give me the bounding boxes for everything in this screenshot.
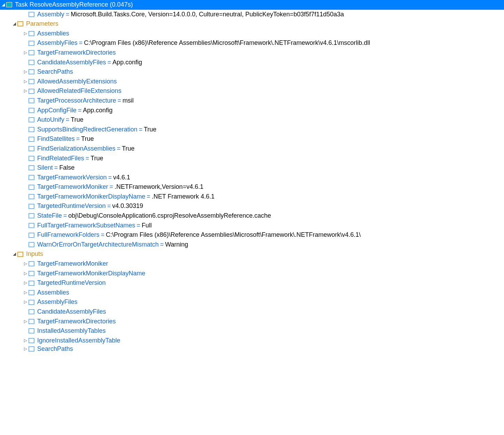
- node-key: Inputs: [26, 249, 43, 259]
- folder-icon: [17, 21, 23, 26]
- tree-row[interactable]: ▷TargetProcessorArchitecture=msil: [0, 96, 504, 106]
- tree-row[interactable]: ▷FullFrameworkFolders=C:\Program Files (…: [0, 230, 504, 240]
- tree-row[interactable]: ▷TargetedRuntimeVersion=v4.0.30319: [0, 201, 504, 211]
- tree-row[interactable]: ◢Task ResolveAssemblyReference (0.047s): [0, 0, 504, 10]
- tree-row[interactable]: ▷AutoUnify=True: [0, 115, 504, 125]
- param-icon: [29, 204, 34, 209]
- tree-row[interactable]: ▷TargetFrameworkMonikerDisplayName=.NET …: [0, 192, 504, 202]
- node-value: .NETFramework,Version=v4.6.1: [115, 182, 204, 192]
- node-key: TargetFrameworkDirectories: [37, 48, 116, 58]
- tree-row[interactable]: ▷InstalledAssemblyTables: [0, 326, 504, 336]
- tree-row[interactable]: ▷StateFile=obj\Debug\ConsoleApplication6…: [0, 211, 504, 221]
- chevron-right-icon[interactable]: ▷: [22, 67, 29, 77]
- tree-row[interactable]: ▷FindRelatedFiles=True: [0, 154, 504, 163]
- tree-row[interactable]: ▷AssemblyFiles: [0, 297, 504, 307]
- node-value: Microsoft.Build.Tasks.Core, Version=14.0…: [71, 10, 344, 19]
- node-key: FindRelatedFiles: [37, 154, 84, 163]
- node-key: Parameters: [26, 19, 58, 29]
- chevron-right-icon[interactable]: ▷: [22, 86, 29, 96]
- tree-row[interactable]: ▷Assembly=Microsoft.Build.Tasks.Core, Ve…: [0, 10, 504, 19]
- chevron-right-icon[interactable]: ▷: [22, 77, 29, 87]
- node-key: WarnOrErrorOnTargetArchitectureMismatch: [37, 240, 158, 250]
- tree-row[interactable]: ▷TargetFrameworkDirectories: [0, 48, 504, 58]
- tree-row[interactable]: ▷TargetFrameworkMonikerDisplayName: [0, 269, 504, 279]
- node-key: AssemblyFiles: [37, 297, 78, 307]
- tree-row[interactable]: ▷WarnOrErrorOnTargetArchitectureMismatch…: [0, 240, 504, 250]
- tree-row[interactable]: ▷CandidateAssemblyFiles: [0, 307, 504, 317]
- tree-row[interactable]: ▷TargetFrameworkDirectories: [0, 317, 504, 327]
- tree-row[interactable]: ▷SearchPaths: [0, 67, 504, 77]
- param-icon: [29, 127, 34, 132]
- node-value: .NET Framework 4.6.1: [152, 192, 215, 202]
- tree-row[interactable]: ▷TargetedRuntimeVersion: [0, 278, 504, 288]
- tree-row[interactable]: ▷AssemblyFiles=C:\Program Files (x86)\Re…: [0, 38, 504, 48]
- param-icon: [29, 185, 34, 190]
- node-key: FindSatellites: [37, 134, 75, 144]
- node-key: Assemblies: [37, 29, 69, 39]
- tree-row[interactable]: ▷FindSatellites=True: [0, 134, 504, 144]
- chevron-right-icon[interactable]: ▷: [22, 269, 29, 279]
- tree-row[interactable]: ▷AllowedRelatedFileExtensions: [0, 86, 504, 96]
- chevron-down-icon[interactable]: ◢: [0, 0, 6, 10]
- chevron-right-icon[interactable]: ▷: [22, 259, 29, 269]
- node-key: SearchPaths: [37, 344, 73, 354]
- node-key: FullFrameworkFolders: [37, 230, 99, 240]
- node-value: C:\Program Files (x86)\Reference Assembl…: [84, 38, 370, 48]
- tree-row[interactable]: ▷SearchPaths: [0, 345, 504, 352]
- param-icon: [29, 300, 34, 305]
- node-value: False: [59, 163, 75, 173]
- tree-row[interactable]: ▷IgnoreInstalledAssemblyTable: [0, 336, 504, 346]
- param-icon: [29, 108, 34, 113]
- node-value: True: [71, 115, 83, 125]
- chevron-right-icon[interactable]: ▷: [22, 317, 29, 327]
- node-value: Full: [142, 221, 152, 231]
- chevron-down-icon[interactable]: ◢: [11, 249, 17, 259]
- node-key: AllowedAssemblyExtensions: [37, 77, 117, 87]
- param-icon: [29, 213, 34, 218]
- node-key: SupportsBindingRedirectGeneration: [37, 125, 137, 135]
- chevron-right-icon[interactable]: ▷: [22, 288, 29, 298]
- param-icon: [29, 156, 34, 161]
- tree-row[interactable]: ▷AppConfigFile=App.config: [0, 106, 504, 115]
- tree-row[interactable]: ▷CandidateAssemblyFiles=App.config: [0, 58, 504, 67]
- tree-row[interactable]: ◢Inputs: [0, 249, 504, 259]
- tree-row[interactable]: ▷Assemblies: [0, 29, 504, 39]
- param-icon: [29, 346, 34, 352]
- param-icon: [29, 137, 34, 142]
- node-key: TargetFrameworkMoniker: [37, 259, 108, 269]
- param-icon: [29, 290, 34, 295]
- node-key: TargetedRuntimeVersion: [37, 201, 106, 211]
- node-value: True: [81, 134, 94, 144]
- tree-row[interactable]: ▷Assemblies: [0, 288, 504, 298]
- tree-row[interactable]: ▷TargetFrameworkMoniker=.NETFramework,Ve…: [0, 182, 504, 192]
- node-key: TargetFrameworkMonikerDisplayName: [37, 192, 145, 202]
- tree-row[interactable]: ▷TargetFrameworkMoniker: [0, 259, 504, 269]
- param-icon: [29, 309, 34, 314]
- node-key: AssemblyFiles: [37, 38, 78, 48]
- node-key: FindSerializationAssemblies: [37, 144, 115, 154]
- tree-row[interactable]: ◢Parameters: [0, 19, 504, 29]
- param-icon: [29, 98, 34, 103]
- chevron-down-icon[interactable]: ◢: [11, 19, 17, 29]
- tree-row[interactable]: ▷TargetFrameworkVersion=v4.6.1: [0, 173, 504, 183]
- param-icon: [29, 69, 34, 74]
- node-key: StateFile: [37, 211, 62, 221]
- chevron-right-icon[interactable]: ▷: [22, 278, 29, 288]
- node-value: Warning: [165, 240, 188, 250]
- param-icon: [29, 165, 34, 170]
- tree-row[interactable]: ▷FullTargetFrameworkSubsetNames=Full: [0, 221, 504, 231]
- tree-row[interactable]: ▷FindSerializationAssemblies=True: [0, 144, 504, 154]
- param-icon: [29, 41, 34, 46]
- param-icon: [29, 233, 34, 238]
- node-key: TargetFrameworkVersion: [37, 173, 107, 183]
- param-icon: [29, 60, 34, 65]
- chevron-right-icon[interactable]: ▷: [22, 297, 29, 307]
- chevron-right-icon[interactable]: ▷: [22, 344, 29, 354]
- build-log-tree[interactable]: ◢Task ResolveAssemblyReference (0.047s)▷…: [0, 0, 504, 352]
- chevron-right-icon[interactable]: ▷: [22, 48, 29, 58]
- tree-row[interactable]: ▷Silent=False: [0, 163, 504, 173]
- chevron-right-icon[interactable]: ▷: [22, 29, 29, 39]
- tree-row[interactable]: ▷AllowedAssemblyExtensions: [0, 77, 504, 87]
- folder-icon: [17, 252, 23, 257]
- tree-row[interactable]: ▷SupportsBindingRedirectGeneration=True: [0, 125, 504, 135]
